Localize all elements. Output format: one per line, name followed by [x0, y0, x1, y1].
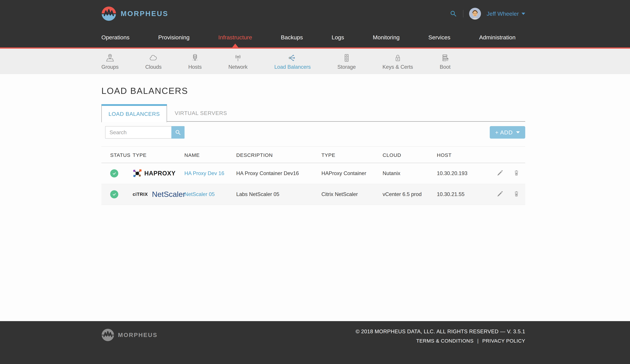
- lb-type: Citrix NetScaler: [313, 184, 374, 205]
- user-name: Jeff Wheeler: [487, 10, 519, 17]
- subnav-label: Load Balancers: [274, 64, 310, 70]
- morpheus-logo-gray-icon: [102, 329, 114, 341]
- add-button-label: + ADD: [495, 129, 513, 136]
- brand-name: MORPHEUS: [121, 10, 168, 18]
- col-description: DESCRIPTION: [228, 147, 313, 163]
- subnav-item-groups[interactable]: Groups: [102, 53, 119, 70]
- delete-button[interactable]: [513, 190, 520, 197]
- footer-links: TERMS & CONDITIONS | PRIVACY POLICY: [356, 338, 525, 344]
- haproxy-mark-icon: [133, 168, 142, 179]
- infrastructure-subnav: Groups Clouds Hosts: [0, 49, 630, 74]
- chevron-down-icon: [516, 131, 520, 133]
- add-button[interactable]: + ADD: [490, 126, 525, 139]
- user-menu[interactable]: Jeff Wheeler: [487, 10, 525, 17]
- lb-name-link[interactable]: NetScaler 05: [184, 191, 214, 197]
- citrix-netscaler-logo: ciTRIX NetScaler: [133, 190, 176, 199]
- subnav-item-keys-certs[interactable]: Keys & Certs: [382, 53, 413, 70]
- table-header-row: STATUS TYPE NAME DESCRIPTION TYPE CLOUD …: [102, 147, 525, 163]
- col-actions: [488, 147, 525, 163]
- netscaler-wordmark: NetScaler: [152, 190, 186, 199]
- lb-host: 10.30.20.193: [428, 163, 488, 184]
- tab-virtual-servers[interactable]: VIRTUAL SERVERS: [167, 105, 235, 121]
- lb-cloud: vCenter 6.5 prod: [374, 184, 428, 205]
- servers-up-arrow-icon: [441, 53, 450, 62]
- footer-link-separator: |: [477, 338, 478, 344]
- subnav-label: Keys & Certs: [382, 64, 413, 70]
- search-box: [105, 126, 184, 139]
- edit-button[interactable]: [497, 191, 503, 197]
- nav-logs[interactable]: Logs: [332, 34, 344, 41]
- footer-brand: MORPHEUS: [102, 329, 158, 341]
- trash-icon: [513, 169, 520, 176]
- col-host: HOST: [428, 147, 488, 163]
- header-divider: [463, 10, 463, 17]
- table-row[interactable]: HAPROXY HA Proxy Dev 16 HA Proxy Contain…: [102, 163, 525, 184]
- nav-provisioning[interactable]: Provisioning: [158, 34, 190, 41]
- subnav-item-boot[interactable]: Boot: [440, 53, 450, 70]
- copyright-text: © 2018 MORPHEUS DATA, LLC. ALL RIGHTS RE…: [356, 329, 525, 335]
- chevron-down-icon: [522, 13, 525, 15]
- map-marker-icon: [106, 53, 114, 62]
- trash-icon: [513, 190, 520, 197]
- nav-infrastructure[interactable]: Infrastructure: [218, 34, 252, 41]
- load-balancers-table: STATUS TYPE NAME DESCRIPTION TYPE CLOUD …: [102, 146, 525, 205]
- nav-services[interactable]: Services: [428, 34, 450, 41]
- padlock-icon: [394, 53, 402, 62]
- col-cloud: CLOUD: [374, 147, 428, 163]
- user-avatar[interactable]: [469, 8, 481, 19]
- terms-link[interactable]: TERMS & CONDITIONS: [416, 338, 474, 344]
- status-ok-icon: [110, 190, 118, 198]
- nav-administration[interactable]: Administration: [479, 34, 516, 41]
- col-status: STATUS: [102, 147, 124, 163]
- footer-legal: © 2018 MORPHEUS DATA, LLC. ALL RIGHTS RE…: [356, 329, 525, 344]
- search-input[interactable]: [105, 126, 171, 139]
- lb-description: HA Proxy Container Dev16: [228, 163, 313, 184]
- lb-type: HAProxy Container: [313, 163, 374, 184]
- col-type-logo: TYPE: [124, 147, 176, 163]
- subnav-label: Hosts: [188, 64, 202, 70]
- brand[interactable]: MORPHEUS: [102, 6, 168, 21]
- footer: MORPHEUS © 2018 MORPHEUS DATA, LLC. ALL …: [0, 321, 630, 364]
- nav-operations[interactable]: Operations: [102, 34, 130, 41]
- col-type: TYPE: [313, 147, 374, 163]
- subnav-item-hosts[interactable]: Hosts: [188, 53, 202, 70]
- haproxy-logo: HAPROXY: [133, 168, 176, 179]
- status-ok-icon: [110, 169, 118, 177]
- privacy-link[interactable]: PRIVACY POLICY: [482, 338, 525, 344]
- subnav-label: Groups: [102, 64, 119, 70]
- tab-load-balancers[interactable]: LOAD BALANCERS: [102, 104, 167, 122]
- global-search-icon[interactable]: [450, 10, 457, 17]
- table-row[interactable]: ciTRIX NetScaler NetScaler 05 Labs NetSc…: [102, 184, 525, 205]
- database-icon: [190, 53, 200, 62]
- search-button[interactable]: [171, 126, 184, 139]
- delete-button[interactable]: [513, 169, 520, 176]
- subnav-item-clouds[interactable]: Clouds: [145, 53, 162, 70]
- subnav-item-load-balancers[interactable]: Load Balancers: [274, 53, 310, 70]
- citrix-wordmark: ciTRIX: [133, 192, 148, 197]
- nav-backups[interactable]: Backups: [281, 34, 303, 41]
- subnav-label: Network: [228, 64, 248, 70]
- lb-description: Labs NetScaler 05: [228, 184, 313, 205]
- page-root: MORPHEUS: [0, 0, 630, 364]
- lb-cloud: Nutanix: [374, 163, 428, 184]
- page-title: LOAD BALANCERS: [102, 86, 525, 96]
- tab-bar: LOAD BALANCERS VIRTUAL SERVERS: [102, 105, 525, 122]
- cloud-icon: [149, 53, 158, 62]
- subnav-label: Boot: [440, 64, 450, 70]
- footer-brand-name: MORPHEUS: [118, 332, 158, 338]
- morpheus-logo-icon: [102, 6, 116, 21]
- lb-name-link[interactable]: HA Proxy Dev 16: [184, 170, 224, 176]
- main-content: LOAD BALANCERS LOAD BALANCERS VIRTUAL SE…: [0, 74, 630, 321]
- nav-monitoring[interactable]: Monitoring: [373, 34, 400, 41]
- main-nav: Operations Provisioning Infrastructure B…: [0, 27, 630, 49]
- subnav-item-storage[interactable]: Storage: [338, 53, 356, 70]
- top-header: MORPHEUS: [0, 0, 630, 27]
- toolbar: + ADD: [102, 126, 525, 139]
- antenna-icon: [234, 53, 242, 62]
- subnav-label: Clouds: [145, 64, 162, 70]
- edit-button[interactable]: [497, 170, 503, 176]
- col-name: NAME: [176, 147, 228, 163]
- subnav-item-network[interactable]: Network: [228, 53, 248, 70]
- search-icon: [174, 129, 181, 136]
- pencil-icon: [497, 191, 503, 197]
